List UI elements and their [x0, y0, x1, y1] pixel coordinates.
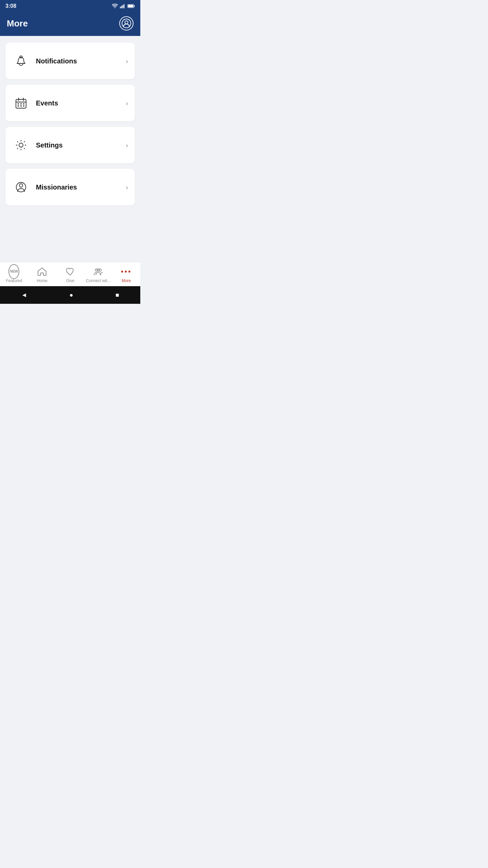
- recents-button[interactable]: ■: [116, 292, 119, 299]
- nav-connect-label: Connect wit...: [86, 278, 110, 283]
- missionaries-menu-item[interactable]: Missionaries ›: [5, 169, 135, 205]
- settings-label: Settings: [36, 141, 126, 149]
- more-dots-icon: •••: [121, 266, 132, 277]
- svg-rect-2: [121, 6, 122, 8]
- featured-icon: NEW: [8, 266, 19, 277]
- android-nav-bar: ◄ ● ■: [0, 286, 140, 304]
- bottom-nav: NEW Featured Home Give: [0, 262, 140, 286]
- nav-home-label: Home: [37, 278, 47, 283]
- svg-rect-19: [20, 105, 22, 106]
- nav-home[interactable]: Home: [28, 266, 56, 283]
- home-button[interactable]: ●: [69, 292, 73, 299]
- missionaries-icon: [12, 178, 30, 196]
- settings-chevron: ›: [126, 141, 128, 149]
- settings-icon: [12, 136, 30, 154]
- user-avatar-button[interactable]: [119, 16, 134, 31]
- header: More: [0, 12, 140, 36]
- missionaries-label: Missionaries: [36, 183, 126, 191]
- nav-featured[interactable]: NEW Featured: [0, 266, 28, 283]
- nav-more-label: More: [122, 278, 131, 283]
- svg-point-23: [19, 184, 23, 187]
- nav-give[interactable]: Give: [56, 266, 84, 283]
- status-icons: [112, 4, 135, 8]
- back-button[interactable]: ◄: [21, 292, 27, 299]
- home-icon: [37, 266, 47, 277]
- wifi-icon: [112, 4, 118, 8]
- page-title: More: [7, 18, 28, 29]
- user-icon: [122, 19, 131, 28]
- nav-featured-label: Featured: [6, 278, 22, 283]
- signal-icon: [120, 4, 125, 8]
- missionaries-chevron: ›: [126, 183, 128, 191]
- notifications-label: Notifications: [36, 57, 126, 65]
- svg-rect-15: [18, 103, 19, 104]
- notifications-menu-item[interactable]: Notifications ›: [5, 43, 135, 79]
- heart-icon: [65, 266, 76, 277]
- svg-rect-17: [23, 103, 24, 104]
- calendar-icon: [12, 94, 30, 112]
- nav-more[interactable]: ••• More: [112, 266, 140, 283]
- main-content: Notifications › Events ›: [0, 36, 140, 262]
- events-chevron: ›: [126, 99, 128, 107]
- status-bar: 3:08: [0, 0, 140, 12]
- svg-point-0: [115, 7, 115, 8]
- people-icon: [93, 266, 104, 277]
- svg-rect-10: [20, 56, 22, 58]
- svg-rect-3: [122, 5, 123, 8]
- svg-rect-1: [120, 7, 121, 8]
- settings-menu-item[interactable]: Settings ›: [5, 127, 135, 163]
- svg-point-21: [19, 143, 23, 147]
- svg-rect-16: [20, 103, 22, 104]
- svg-rect-4: [124, 4, 124, 8]
- notification-icon: [12, 52, 30, 70]
- svg-rect-18: [18, 105, 19, 106]
- nav-connect[interactable]: Connect wit...: [84, 266, 112, 283]
- status-time: 3:08: [5, 3, 16, 9]
- new-badge: NEW: [8, 264, 19, 279]
- events-label: Events: [36, 99, 126, 107]
- svg-point-9: [125, 21, 128, 24]
- battery-icon: [127, 4, 135, 8]
- events-menu-item[interactable]: Events ›: [5, 85, 135, 121]
- notifications-chevron: ›: [126, 57, 128, 65]
- nav-give-label: Give: [66, 278, 75, 283]
- svg-rect-7: [128, 5, 133, 7]
- svg-rect-6: [134, 5, 135, 7]
- svg-rect-20: [23, 105, 24, 106]
